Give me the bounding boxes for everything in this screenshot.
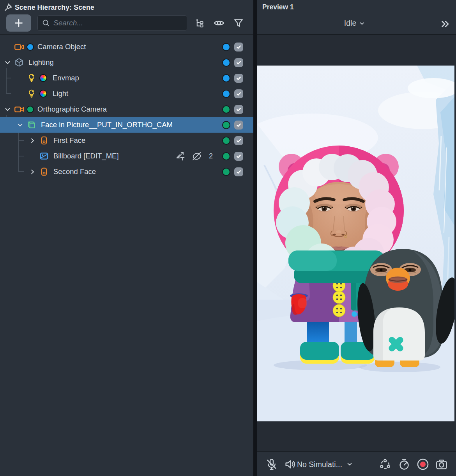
- expand-preview-button[interactable]: [440, 19, 451, 29]
- tree-row-envmap[interactable]: Envmap: [0, 70, 253, 86]
- enabled-checkbox[interactable]: [234, 121, 243, 130]
- microphone-muted-icon[interactable]: [265, 458, 278, 471]
- filter-icon[interactable]: [233, 18, 244, 28]
- scene-hierarchy-toolbar: [0, 15, 253, 35]
- simulation-state-dropdown[interactable]: Idle: [344, 19, 366, 28]
- enabled-checkbox[interactable]: [234, 167, 243, 176]
- face-orange-icon: [38, 135, 50, 146]
- tree-row-orthographic-camera[interactable]: Orthographic Camera: [0, 101, 253, 117]
- enabled-checkbox[interactable]: [234, 136, 243, 145]
- tree-row-second-face[interactable]: Second Face: [0, 164, 253, 179]
- chevron-down-icon[interactable]: [2, 59, 13, 66]
- camera-orange-icon: [13, 42, 25, 52]
- tree-row-label: Envmap: [53, 74, 79, 82]
- motion-simulation-icon[interactable]: [378, 458, 392, 471]
- chevron-down-icon[interactable]: [14, 122, 26, 128]
- entity-status-dot[interactable]: [222, 43, 230, 51]
- enabled-checkbox[interactable]: [234, 89, 243, 98]
- chevron-down-icon[interactable]: [2, 106, 13, 113]
- face-orange-icon: [38, 167, 50, 177]
- chevron-down-icon: [359, 20, 366, 27]
- enabled-checkbox[interactable]: [234, 105, 243, 114]
- enabled-checkbox[interactable]: [234, 43, 243, 52]
- bulb-icon: [26, 73, 37, 83]
- chevron-right-icon[interactable]: [27, 137, 38, 144]
- tree-row-label: Light: [53, 89, 68, 98]
- entity-status-dot[interactable]: [222, 90, 230, 98]
- tree-row-first-face[interactable]: First Face: [0, 133, 253, 148]
- simulation-state-label: Idle: [344, 19, 356, 28]
- color-wheel-icon: [37, 90, 49, 98]
- panel-divider[interactable]: [253, 0, 257, 476]
- entity-status-dot[interactable]: [222, 168, 230, 176]
- enabled-checkbox[interactable]: [234, 58, 243, 67]
- row-badges: [175, 151, 203, 162]
- search-icon: [42, 19, 50, 27]
- tree-row-camera-object[interactable]: Camera Object: [0, 39, 253, 55]
- tree-row-label: Camera Object: [37, 43, 86, 51]
- image-blue-icon: [38, 151, 50, 161]
- tree-row-label: Billboard [EDIT_ME]: [53, 152, 119, 160]
- record-icon[interactable]: [416, 458, 429, 471]
- dot-blue-icon: [27, 43, 34, 51]
- lens-preview-scene: [257, 66, 454, 421]
- cube-icon: [13, 57, 25, 67]
- tree-row-label: Orthographic Camera: [37, 105, 107, 114]
- preview-toolbar: No Simulati...: [257, 451, 456, 476]
- occlusion-off-icon[interactable]: [191, 151, 203, 162]
- preview-title: Preview 1: [262, 3, 294, 11]
- tree-row-face-in-picture[interactable]: Face in Picture__PUT_IN_ORTHO_CAM: [0, 117, 253, 133]
- scene-hierarchy-panel: Scene Hierarchy: Scene: [0, 0, 253, 476]
- tree-row-label: Second Face: [53, 167, 96, 176]
- simulation-dropdown-label: No Simulati...: [297, 460, 342, 469]
- layer-order-icon[interactable]: [175, 151, 186, 162]
- chevron-right-icon[interactable]: [27, 169, 38, 175]
- scene-hierarchy-header: Scene Hierarchy: Scene: [0, 0, 253, 15]
- bulb-icon: [26, 89, 37, 99]
- prefab-green-icon: [26, 120, 37, 130]
- simulation-dropdown[interactable]: No Simulati...: [297, 460, 353, 469]
- pin-icon[interactable]: [4, 3, 13, 12]
- panel-title: Scene Hierarchy: Scene: [15, 4, 94, 12]
- snapshot-camera-icon[interactable]: [435, 458, 448, 471]
- dot-green-icon: [27, 106, 34, 113]
- preview-image: [257, 66, 454, 421]
- stopwatch-icon[interactable]: [398, 458, 411, 471]
- entity-status-dot[interactable]: [222, 105, 230, 114]
- enabled-checkbox[interactable]: [234, 74, 243, 83]
- search-input[interactable]: [53, 19, 183, 27]
- tree-row-label: Face in Picture__PUT_IN_ORTHO_CAM: [41, 121, 173, 129]
- chevron-down-icon: [346, 461, 353, 468]
- add-object-button[interactable]: [6, 14, 31, 32]
- preview-header: Preview 1 Idle: [257, 0, 456, 35]
- tree-row-lighting[interactable]: Lighting: [0, 55, 253, 70]
- hierarchy-toolbar-icons: [194, 17, 244, 29]
- entity-status-dot[interactable]: [222, 121, 230, 129]
- color-wheel-icon: [37, 74, 49, 82]
- visibility-eye-icon[interactable]: [213, 17, 225, 29]
- entity-status-dot[interactable]: [222, 74, 230, 82]
- plus-icon: [14, 18, 24, 28]
- camera-orange-icon: [13, 104, 25, 115]
- tree-row-label: Lighting: [28, 58, 54, 67]
- tree-row-label: First Face: [53, 136, 85, 145]
- speaker-icon[interactable]: [284, 458, 297, 471]
- preview-panel: Preview 1 Idle: [257, 0, 456, 476]
- enabled-checkbox[interactable]: [234, 152, 243, 161]
- entity-status-dot[interactable]: [222, 152, 230, 160]
- row-count: 2: [209, 152, 213, 160]
- entity-status-dot[interactable]: [222, 137, 230, 145]
- scene-tree: Camera ObjectLightingEnvmapLightOrthogra…: [0, 35, 253, 476]
- app-window: Scene Hierarchy: Scene: [0, 0, 456, 476]
- entity-status-dot[interactable]: [222, 59, 230, 67]
- preview-viewport[interactable]: [257, 35, 456, 451]
- hierarchy-view-icon[interactable]: [194, 18, 205, 28]
- search-box: [37, 15, 187, 31]
- tree-row-light[interactable]: Light: [0, 86, 253, 101]
- double-chevron-right-icon: [440, 19, 451, 29]
- tree-row-billboard[interactable]: Billboard [EDIT_ME]2: [0, 148, 253, 164]
